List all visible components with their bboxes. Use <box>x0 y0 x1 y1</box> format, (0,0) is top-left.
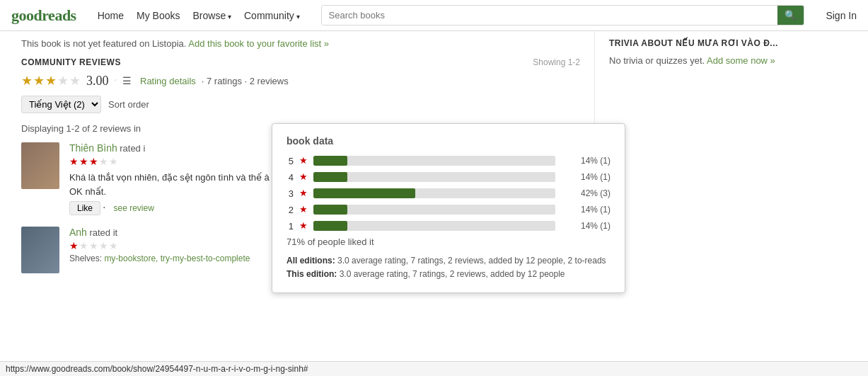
logo-good: good <box>11 6 42 24</box>
add-trivia-link[interactable]: Add some now » <box>707 55 775 66</box>
rating-counts: · 7 ratings · 2 reviews <box>202 76 289 86</box>
tooltip-title: book data <box>287 135 611 147</box>
rating-divider: · <box>115 75 117 86</box>
logo[interactable]: goodreads <box>11 6 76 25</box>
bar-row-4: 4 ★ 14% (1) <box>287 171 611 183</box>
star-4: ★ <box>57 73 69 89</box>
sign-in-link[interactable]: Sign In <box>826 10 857 21</box>
bar-num-5: 5 <box>287 156 294 166</box>
content-area: This book is not yet featured on Listopi… <box>0 31 594 292</box>
rated-text-2: rated it <box>89 227 117 238</box>
sidebar-no-trivia: No trivia or quizzes yet. Add some now » <box>609 55 792 66</box>
bar-track-1 <box>313 221 555 231</box>
rating-number: 3.00 <box>86 74 109 89</box>
review-star-2-3: ★ <box>89 240 98 252</box>
logo-reads: reads <box>42 6 76 24</box>
nav-home[interactable]: Home <box>98 10 124 21</box>
shelves-label: Shelves: <box>69 253 102 263</box>
bar-track-5 <box>313 156 555 166</box>
listopia-link[interactable]: Add this book to your favorite list » <box>188 38 329 49</box>
bar-fill-2 <box>313 205 347 215</box>
sort-label: Sort order <box>108 99 149 110</box>
search-button[interactable]: 🔍 <box>777 6 804 25</box>
status-bar: https://www.goodreads.com/book/show/2495… <box>0 361 868 376</box>
this-edition-data: 3.0 average rating, 7 ratings, 2 reviews… <box>340 269 565 279</box>
review-star-2-4: ★ <box>99 240 108 252</box>
showing-text: Showing 1-2 <box>533 57 580 67</box>
action-separator-1: · <box>103 203 108 213</box>
ratings-count: 7 ratings <box>207 76 242 86</box>
star-2: ★ <box>33 73 45 89</box>
language-select[interactable]: Tiếng Việt (2) All languages <box>21 96 101 113</box>
bar-num-1: 1 <box>287 221 294 232</box>
reviews-count: 2 reviews <box>250 76 289 86</box>
reviewer-name-block-2: Anh rated it <box>69 227 117 239</box>
reviewer-avatar-1 <box>21 142 59 189</box>
review-star-1-4: ★ <box>99 156 108 168</box>
all-editions-data: 3.0 average rating, 7 ratings, 2 reviews… <box>337 256 606 266</box>
rating-row: ★ ★ ★ ★ ★ 3.00 · ☰ Rating details · 7 ra… <box>21 73 580 89</box>
bar-pct-2: 14% (1) <box>561 205 611 215</box>
review-star-2-5: ★ <box>109 240 118 252</box>
rating-icon: ☰ <box>122 75 132 87</box>
listopia-banner: This book is not yet featured on Listopi… <box>21 38 580 49</box>
reviewer-name-2[interactable]: Anh <box>69 227 87 238</box>
bar-pct-4: 14% (1) <box>561 172 611 182</box>
sidebar-title: TRIVIA ABOUT NẾU MƯA RƠI VÀO Đ... <box>609 38 792 48</box>
shelves-links[interactable]: my-bookstore, try-my-best-to-complete <box>104 253 250 263</box>
bar-star-1: ★ <box>299 220 308 232</box>
nav: Home My Books Browse Community <box>98 10 300 21</box>
bar-row-3: 3 ★ 42% (3) <box>287 188 611 199</box>
nav-my-books[interactable]: My Books <box>137 10 180 21</box>
bar-star-3: ★ <box>299 188 308 199</box>
star-3: ★ <box>45 73 57 89</box>
all-editions-label: All editions: <box>287 256 335 266</box>
search-icon: 🔍 <box>785 10 797 21</box>
bar-track-2 <box>313 205 555 215</box>
sidebar: TRIVIA ABOUT NẾU MƯA RƠI VÀO Đ... No tri… <box>594 31 806 292</box>
tooltip-this-edition: This edition: 3.0 average rating, 7 rati… <box>287 268 611 281</box>
stars-display: ★ ★ ★ ★ ★ <box>21 73 81 89</box>
see-review-link-1[interactable]: see review <box>114 203 154 213</box>
review-star-2-2: ★ <box>79 240 88 252</box>
no-trivia-text: No trivia or quizzes yet. <box>609 55 705 66</box>
review-star-1-3: ★ <box>89 156 98 168</box>
bar-pct-5: 14% (1) <box>561 156 611 166</box>
bar-fill-1 <box>313 221 347 231</box>
review-star-1-2: ★ <box>79 156 88 168</box>
bar-track-3 <box>313 188 555 198</box>
bar-star-5: ★ <box>299 155 308 166</box>
review-star-1-5: ★ <box>109 156 118 168</box>
bar-num-2: 2 <box>287 205 294 215</box>
listopia-text: This book is not yet featured on Listopi… <box>21 38 186 49</box>
nav-community[interactable]: Community <box>244 10 300 21</box>
community-reviews-title: COMMUNITY REVIEWS <box>21 57 121 67</box>
nav-browse[interactable]: Browse <box>193 10 231 21</box>
logo-text: goodreads <box>11 6 76 25</box>
bar-pct-3: 42% (3) <box>561 188 611 198</box>
bar-row-5: 5 ★ 14% (1) <box>287 155 611 166</box>
bar-row-1: 1 ★ 14% (1) <box>287 220 611 232</box>
tooltip-all-editions: All editions: 3.0 average rating, 7 rati… <box>287 254 611 268</box>
star-1: ★ <box>21 73 33 89</box>
bar-star-4: ★ <box>299 171 308 183</box>
community-reviews-header: COMMUNITY REVIEWS Showing 1-2 <box>21 57 580 67</box>
search-input[interactable] <box>322 6 778 25</box>
reviewer-avatar-2 <box>21 227 59 273</box>
bar-fill-3 <box>313 188 415 198</box>
reviewer-name-1[interactable]: Thiên Bình <box>69 142 117 154</box>
bar-num-3: 3 <box>287 188 294 199</box>
like-button-1[interactable]: Like <box>69 201 100 215</box>
status-url: https://www.goodreads.com/book/show/2495… <box>6 364 308 374</box>
bar-fill-4 <box>313 172 347 182</box>
tooltip-liked: 71% of people liked it <box>287 237 611 247</box>
bar-track-4 <box>313 172 555 182</box>
this-edition-label: This edition: <box>287 269 337 279</box>
book-data-tooltip: book data 5 ★ 14% (1) 4 ★ 14% (1) 3 ★ <box>272 123 625 293</box>
main: This book is not yet featured on Listopi… <box>0 31 868 292</box>
filter-row: Tiếng Việt (2) All languages Sort order <box>21 96 580 113</box>
rated-text-1: rated i <box>120 143 145 154</box>
search-bar: 🔍 <box>321 5 805 25</box>
header: goodreads Home My Books Browse Community… <box>0 0 868 31</box>
rating-details-link[interactable]: Rating details <box>140 76 196 86</box>
